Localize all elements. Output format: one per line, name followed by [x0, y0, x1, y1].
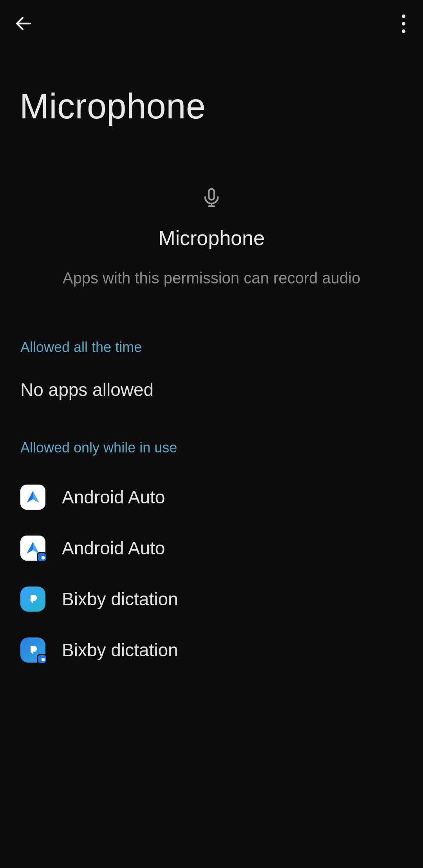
section-header-all-time: Allowed all the time — [20, 339, 403, 356]
permission-name: Microphone — [158, 226, 265, 250]
page-title-area: Microphone — [0, 47, 423, 127]
app-name-label: Bixby dictation — [62, 639, 178, 661]
microphone-icon — [199, 185, 224, 211]
work-profile-badge-icon — [37, 654, 47, 664]
app-list: Android Auto Android Auto — [20, 472, 403, 676]
bixby-icon — [20, 587, 45, 612]
section-allowed-all-time: Allowed all the time No apps allowed — [0, 339, 423, 400]
app-row-bixby-dictation-work[interactable]: Bixby dictation — [20, 625, 403, 676]
section-header-in-use: Allowed only while in use — [20, 439, 403, 456]
app-name-label: Bixby dictation — [62, 588, 178, 610]
kebab-dot-icon — [402, 15, 405, 18]
back-button[interactable] — [12, 12, 35, 35]
app-row-android-auto-work[interactable]: Android Auto — [20, 523, 403, 574]
permission-summary: Microphone Apps with this permission can… — [0, 185, 423, 288]
svg-rect-1 — [209, 189, 214, 200]
page-title: Microphone — [20, 86, 403, 127]
permission-description: Apps with this permission can record aud… — [63, 268, 360, 288]
android-auto-icon — [20, 485, 45, 510]
kebab-dot-icon — [402, 29, 405, 33]
no-apps-allowed-text: No apps allowed — [20, 379, 403, 400]
permission-settings-screen: Microphone Microphone Apps with this per… — [0, 0, 423, 868]
app-row-android-auto[interactable]: Android Auto — [20, 472, 403, 523]
arrow-left-icon — [14, 14, 33, 33]
section-allowed-in-use: Allowed only while in use Android Auto — [0, 439, 423, 676]
bixby-icon — [20, 637, 45, 663]
app-row-bixby-dictation[interactable]: Bixby dictation — [20, 574, 403, 625]
android-auto-icon — [20, 536, 45, 561]
app-name-label: Android Auto — [62, 538, 165, 559]
more-options-button[interactable] — [392, 12, 415, 35]
topbar — [0, 0, 423, 47]
app-name-label: Android Auto — [62, 487, 165, 508]
work-profile-badge-icon — [37, 552, 47, 562]
kebab-dot-icon — [402, 22, 405, 25]
